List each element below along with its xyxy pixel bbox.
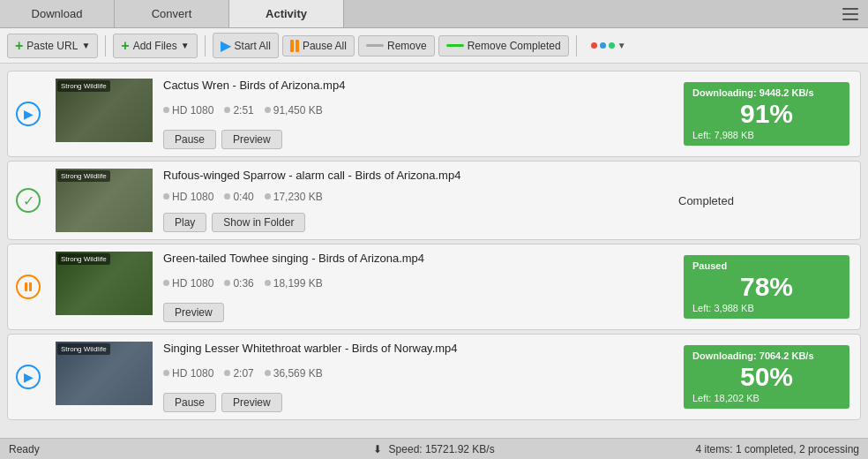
- start-all-button[interactable]: ▶ Start All: [213, 33, 279, 58]
- item3-title: Green-tailed Towhee singing - Birds of A…: [163, 252, 670, 265]
- play-icon[interactable]: ▶: [16, 365, 41, 389]
- status-speed: ⬇ Speed: 15721.92 KB/s: [292, 443, 575, 455]
- meta-dot: [163, 370, 169, 376]
- item1-quality: HD 1080: [163, 104, 213, 117]
- meta-dot: [265, 107, 271, 113]
- pause-icon[interactable]: [16, 275, 41, 299]
- item2-status-icon[interactable]: ✓: [15, 187, 41, 214]
- pause-all-button[interactable]: Pause All: [282, 35, 355, 56]
- remove-completed-button[interactable]: Remove Completed: [438, 35, 569, 56]
- start-all-icon: ▶: [221, 37, 231, 54]
- meta-dot: [224, 107, 230, 113]
- item1-preview-button[interactable]: Preview: [221, 130, 282, 149]
- item2-duration: 0:40: [224, 191, 253, 203]
- item4-info: Singing Lesser Whitethroat warbler - Bir…: [160, 335, 673, 419]
- item2-status-panel: Completed: [678, 167, 855, 234]
- item4-speed: Downloading: 7064.2 KB/s: [692, 350, 841, 361]
- item2-play-button[interactable]: Play: [163, 213, 206, 232]
- item4-status-icon[interactable]: ▶: [15, 364, 41, 390]
- item3-thumbnail: Strong Wildlife: [56, 252, 153, 315]
- item3-speed: Paused: [692, 260, 841, 271]
- item1-meta: HD 1080 2:51 91,450 KB: [163, 104, 670, 117]
- item3-meta: HD 1080 0:36 18,199 KB: [163, 277, 670, 290]
- item1-thumbnail: Strong Wildlife: [56, 79, 153, 142]
- svg-rect-2: [842, 19, 858, 20]
- download-item: Strong Wildlife Green-tailed Towhee sing…: [7, 244, 861, 330]
- item4-size: 36,569 KB: [265, 367, 323, 380]
- download-item: ▶ Strong Wildlife Singing Lesser Whiteth…: [7, 334, 861, 420]
- item2-completed: Completed: [678, 167, 734, 234]
- content-area: ▶ Strong Wildlife Cactus Wren - Birds of…: [0, 64, 868, 438]
- item2-meta: HD 1080 0:40 17,230 KB: [163, 191, 670, 203]
- item3-size: 18,199 KB: [265, 277, 323, 290]
- item3-duration: 0:36: [224, 277, 253, 290]
- item3-actions: Preview: [163, 303, 670, 322]
- item2-size: 17,230 KB: [265, 191, 323, 203]
- item3-left: [8, 245, 49, 329]
- sep2: [205, 35, 206, 56]
- item4-preview-button[interactable]: Preview: [221, 393, 282, 412]
- item1-percent: 91%: [692, 101, 841, 127]
- item2-title: Rufous-winged Sparrow - alarm call - Bir…: [163, 169, 670, 182]
- item3-preview-button[interactable]: Preview: [163, 303, 224, 322]
- sep1: [105, 35, 106, 56]
- item2-actions: Play Show in Folder: [163, 213, 670, 232]
- tab-convert[interactable]: Convert: [115, 0, 229, 27]
- item4-pause-button[interactable]: Pause: [163, 393, 216, 412]
- item4-duration: 2:07: [224, 367, 253, 380]
- add-files-button[interactable]: + Add Files ▼: [113, 34, 197, 58]
- paste-url-arrow: ▼: [81, 41, 90, 50]
- item4-meta: HD 1080 2:07 36,569 KB: [163, 367, 670, 380]
- item1-status-panel: Downloading: 9448.2 KB/s 91% Left: 7,988…: [678, 77, 855, 151]
- item1-status-icon[interactable]: ▶: [15, 101, 41, 127]
- add-files-arrow: ▼: [181, 41, 190, 50]
- remove-completed-icon: [446, 44, 464, 47]
- item4-title: Singing Lesser Whitethroat warbler - Bir…: [163, 342, 670, 355]
- meta-dot: [265, 193, 271, 199]
- svg-rect-1: [842, 13, 858, 15]
- meta-dot: [163, 193, 169, 199]
- toolbar: + Paste URL ▼ + Add Files ▼ ▶ Start All …: [0, 28, 868, 64]
- item4-left: Left: 18,202 KB: [692, 393, 841, 403]
- add-files-icon: +: [121, 38, 129, 54]
- item3-percent: 78%: [692, 274, 841, 300]
- meta-dot: [224, 370, 230, 376]
- item2-show-folder-button[interactable]: Show in Folder: [212, 213, 305, 232]
- item1-info: Cactus Wren - Birds of Arizona.mp4 HD 10…: [160, 71, 673, 156]
- item4-left: ▶: [8, 335, 49, 419]
- dot-blue: [600, 42, 606, 49]
- check-icon[interactable]: ✓: [16, 188, 41, 213]
- item2-info: Rufous-winged Sparrow - alarm call - Bir…: [160, 162, 673, 239]
- speed-icon: ⬇: [373, 443, 382, 455]
- download-item: ▶ Strong Wildlife Cactus Wren - Birds of…: [7, 71, 861, 157]
- dot-red: [591, 42, 597, 49]
- sep3: [576, 35, 577, 56]
- more-options-button[interactable]: ▼: [584, 37, 633, 54]
- meta-dot: [224, 280, 230, 286]
- plus-icon: +: [15, 38, 23, 54]
- item1-size: 91,450 KB: [265, 104, 323, 117]
- paste-url-button[interactable]: + Paste URL ▼: [7, 34, 98, 58]
- item4-quality: HD 1080: [163, 367, 213, 380]
- dot-green: [609, 42, 615, 49]
- tab-activity[interactable]: Activity: [229, 0, 344, 27]
- meta-dot: [163, 107, 169, 113]
- remove-button[interactable]: Remove: [358, 35, 435, 56]
- item3-progress: Paused 78% Left: 3,988 KB: [684, 255, 849, 319]
- item2-quality: HD 1080: [163, 191, 213, 203]
- item1-pause-button[interactable]: Pause: [163, 130, 216, 149]
- item3-status-icon[interactable]: [15, 274, 41, 300]
- item1-duration: 2:51: [224, 104, 253, 117]
- item1-left: ▶: [8, 71, 49, 156]
- status-items: 4 items: 1 completed, 2 processing: [576, 443, 859, 455]
- pause-all-icon: [290, 40, 299, 52]
- play-icon[interactable]: ▶: [16, 102, 41, 126]
- item1-speed: Downloading: 9448.2 KB/s: [692, 87, 841, 98]
- item2-thumbnail: Strong Wildlife: [56, 169, 153, 232]
- meta-dot: [265, 280, 271, 286]
- status-bar: Ready ⬇ Speed: 15721.92 KB/s 4 items: 1 …: [0, 438, 868, 459]
- tab-download[interactable]: Download: [0, 0, 115, 27]
- status-ready: Ready: [9, 443, 292, 455]
- menu-button[interactable]: [833, 0, 868, 28]
- item3-quality: HD 1080: [163, 277, 213, 290]
